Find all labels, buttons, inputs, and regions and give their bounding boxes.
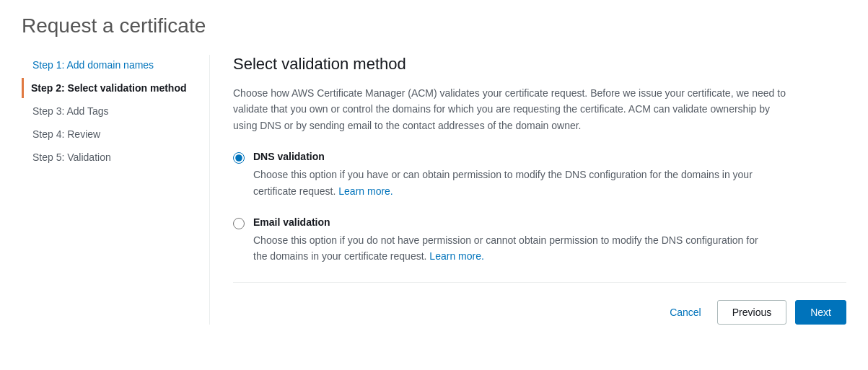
section-title: Select validation method	[233, 55, 846, 74]
dns-learn-more-link[interactable]: Learn more.	[338, 185, 393, 197]
page-title: Request a certificate	[22, 14, 846, 38]
page-container: Request a certificate Step 1: Add domain…	[0, 0, 868, 370]
dns-radio-input[interactable]	[233, 152, 245, 164]
email-option-description: Choose this option if you do not have pe…	[253, 232, 758, 265]
email-radio-input[interactable]	[233, 218, 245, 229]
sidebar: Step 1: Add domain names Step 2: Select …	[22, 55, 209, 325]
dns-validation-option: DNS validation Choose this option if you…	[233, 151, 846, 199]
email-option-label: Email validation	[253, 216, 846, 228]
email-learn-more-link[interactable]: Learn more.	[429, 250, 483, 262]
sidebar-item-step1[interactable]: Step 1: Add domain names	[22, 55, 195, 75]
dns-option-content: DNS validation Choose this option if you…	[253, 151, 846, 199]
dns-option-description: Choose this option if you have or can ob…	[253, 167, 758, 199]
footer: Cancel Previous Next	[233, 294, 846, 325]
sidebar-item-step3: Step 3: Add Tags	[22, 101, 195, 121]
description-text: Choose how AWS Certificate Manager (ACM)…	[233, 85, 796, 133]
email-option-content: Email validation Choose this option if y…	[253, 216, 846, 265]
cancel-button[interactable]: Cancel	[662, 302, 709, 322]
previous-button[interactable]: Previous	[717, 300, 786, 325]
sidebar-item-step2[interactable]: Step 2: Select validation method	[22, 78, 195, 98]
footer-divider	[233, 282, 846, 283]
sidebar-item-step4: Step 4: Review	[22, 124, 195, 144]
dns-radio-wrapper[interactable]	[233, 152, 245, 166]
options-container: DNS validation Choose this option if you…	[233, 151, 846, 265]
main-layout: Step 1: Add domain names Step 2: Select …	[22, 55, 846, 325]
email-validation-option: Email validation Choose this option if y…	[233, 216, 846, 265]
next-button[interactable]: Next	[795, 300, 846, 325]
dns-option-label: DNS validation	[253, 151, 846, 162]
email-radio-wrapper[interactable]	[233, 218, 245, 232]
content-area: Select validation method Choose how AWS …	[209, 55, 846, 325]
sidebar-item-step5: Step 5: Validation	[22, 147, 195, 167]
